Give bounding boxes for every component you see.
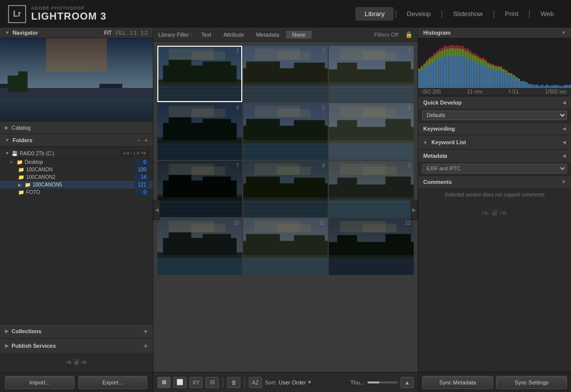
photo-thumbnail (157, 46, 242, 102)
hist-aperture: f /11 (509, 89, 519, 94)
navigator-canvas (0, 38, 153, 121)
sync-metadata-button[interactable]: Sync Metadata (422, 376, 493, 389)
navigator-title: Navigator (13, 30, 38, 36)
collections-plus[interactable]: + (144, 327, 148, 335)
sort-chevron[interactable]: ▾ (308, 379, 311, 385)
publish-header[interactable]: ▶ Publish Services + (0, 339, 153, 353)
histogram-canvas-area (418, 38, 571, 88)
app-title: LIGHTROOM 3 (31, 11, 107, 22)
sort-value[interactable]: User Order (278, 379, 306, 385)
panel-toggle-left[interactable]: ◀ (153, 200, 160, 220)
photo-cell[interactable]: 9 (329, 161, 414, 217)
kl-plus[interactable]: + (423, 138, 427, 146)
histogram-header[interactable]: Histogram ▼ (418, 28, 571, 38)
publish-left: ▶ Publish Services (5, 343, 56, 349)
folder-foto[interactable]: 📁 FOTO 0 (0, 188, 153, 196)
publish-plus[interactable]: + (144, 342, 148, 350)
photo-cell[interactable]: 2 (243, 46, 328, 102)
nav-sep-3: | (493, 10, 495, 19)
photo-cell[interactable]: 11 (243, 218, 328, 274)
folder-100canon[interactable]: 📁 100CANON 100 (0, 166, 153, 173)
photo-grid-area[interactable]: 123456789101112 (153, 42, 418, 372)
comments-section: Comments ▼ Selected service does not sup… (418, 176, 571, 372)
toolbar-sep-1 (223, 377, 223, 387)
loupe-view-btn[interactable]: ⬜ (173, 377, 186, 388)
meta-header[interactable]: Metadata ◀ (418, 150, 571, 162)
grid-view-btn[interactable]: ⊞ (157, 377, 170, 388)
tab-develop[interactable]: Develop (398, 7, 440, 21)
histogram-canvas (418, 38, 571, 88)
delete-btn[interactable]: 🗑 (227, 377, 240, 388)
thumb-slider[interactable] (367, 381, 398, 383)
photo-number: 1 (236, 48, 239, 53)
filter-metadata-btn[interactable]: Metadata (251, 31, 284, 39)
tab-slideshow[interactable]: Slideshow (444, 7, 492, 21)
folder-100canon5-left: ▶ 📁 100CANON5 (18, 182, 62, 187)
folder-desktop-count: 0 (135, 159, 149, 165)
sort-az-btn[interactable]: AZ (249, 377, 262, 388)
collections-left: ▶ Collections (5, 328, 41, 334)
collections-header[interactable]: ▶ Collections + (0, 324, 153, 338)
navigator-header[interactable]: ▼ Navigator FIT FILL 1:1 1:2 (0, 28, 153, 38)
photo-cell[interactable]: 10 (157, 218, 242, 274)
top-bar: Lr ADOBE PHOTOSHOP LIGHTROOM 3 Library |… (0, 0, 571, 28)
comments-header[interactable]: Comments ▼ (418, 176, 571, 188)
qd-top: Defaults (418, 109, 571, 122)
photo-cell[interactable]: 5 (243, 103, 328, 159)
export-button[interactable]: Export... (78, 376, 148, 389)
photo-cell[interactable]: 4 (157, 103, 242, 159)
thumb-up-btn[interactable]: ▲ (401, 377, 414, 388)
photo-cell[interactable]: 3 (329, 46, 414, 102)
zoom-1-1[interactable]: 1:1 (130, 30, 137, 36)
photo-cell[interactable]: 8 (243, 161, 328, 217)
survey-view-btn[interactable]: ⊟ (206, 377, 219, 388)
zoom-fill[interactable]: FILL (116, 30, 126, 36)
preset-select[interactable]: Defaults (422, 111, 567, 120)
folder-100canon2-count: 14 (135, 174, 149, 180)
folder-desktop-expand: ▼ (9, 160, 14, 165)
folder-desktop-icon: 📁 (17, 159, 23, 165)
collections-triangle: ▶ (5, 329, 9, 334)
photo-cell[interactable]: 7 (157, 161, 242, 217)
import-button[interactable]: Import... (5, 376, 74, 389)
photo-number: 3 (408, 48, 411, 53)
folder-100canon2[interactable]: 📁 100CANON2 14 (0, 173, 153, 181)
metadata-preset-select[interactable]: EXIF and IPTC (422, 164, 567, 173)
photo-number: 6 (408, 105, 411, 111)
photo-cell[interactable]: 6 (329, 103, 414, 159)
qd-title: Quick Develop (423, 100, 461, 106)
filter-text-btn[interactable]: Text (196, 31, 216, 39)
kl-header[interactable]: + Keyword List ◀ (418, 135, 571, 149)
filter-attribute-btn[interactable]: Attribute (218, 31, 249, 39)
tab-print[interactable]: Print (496, 7, 528, 21)
folders-plus[interactable]: + (145, 137, 148, 143)
filter-off-btn[interactable]: Filters Off (370, 31, 402, 39)
folders-minus[interactable]: − (137, 137, 140, 143)
catalog-header[interactable]: ▶ Catalog (0, 122, 153, 134)
compare-view-btn[interactable]: XY (189, 377, 203, 388)
tab-web[interactable]: Web (532, 7, 563, 21)
filter-none-btn[interactable]: None (286, 31, 311, 39)
collections-section: ▶ Collections + (0, 324, 153, 339)
folders-header[interactable]: ▼ Folders − + (0, 134, 153, 147)
nav-zoom-btns: FIT FILL 1:1 1:2 (104, 30, 148, 36)
photo-cell[interactable]: 1 (157, 46, 242, 102)
zoom-1-2[interactable]: 1:2 (141, 30, 148, 36)
folder-foto-left: 📁 FOTO (18, 189, 40, 195)
filter-lock-icon[interactable]: 🔒 (405, 31, 413, 38)
sync-settings-button[interactable]: Sync Settings (496, 376, 567, 389)
photo-thumbnail (243, 161, 328, 217)
panel-toggle-right[interactable]: ▶ (411, 200, 418, 220)
meta-preset-row: EXIF and IPTC (418, 162, 571, 175)
tab-library[interactable]: Library (355, 7, 394, 21)
folder-100canon5[interactable]: ▶ 📁 100CANON5 121 (0, 181, 153, 188)
kw-header[interactable]: Keywording ◀ (418, 123, 571, 135)
photo-cell[interactable]: 12 (329, 218, 414, 274)
qd-header[interactable]: Quick Develop ◀ (418, 96, 571, 109)
folder-desktop[interactable]: ▼ 📁 Desktop 0 (0, 158, 153, 166)
folder-100canon2-icon: 📁 (18, 174, 24, 180)
zoom-fit[interactable]: FIT (104, 30, 112, 36)
nav-sep-1: | (395, 10, 397, 19)
folder-100canon5-name: 100CANON5 (33, 182, 62, 187)
folders-triangle: ▼ (5, 138, 10, 143)
